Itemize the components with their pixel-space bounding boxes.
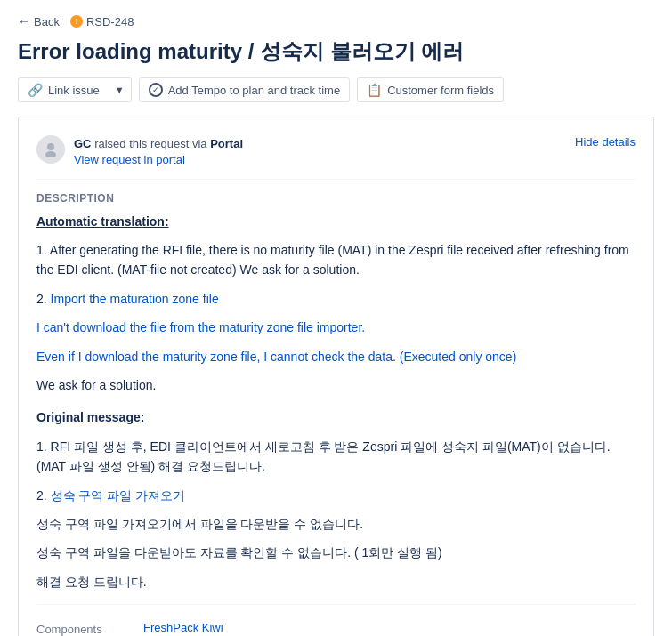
customer-form-label: Customer form fields [387, 84, 494, 97]
avatar [36, 135, 65, 164]
portal-label: Portal [210, 137, 243, 150]
desc-para-3: I can't download the file from the matur… [36, 318, 636, 337]
warning-icon: ! [70, 15, 83, 28]
desc-para-4: Even if I download the maturity zone fil… [36, 347, 636, 366]
back-label: Back [34, 15, 60, 28]
page-title: Error loading maturity / 성숙지 불러오기 에러 [18, 37, 654, 65]
description-content: Automatic translation: 1. After generati… [36, 212, 636, 592]
description-label: Description [36, 192, 636, 205]
orig-para-3: 성숙 구역 파일 가져오기에서 파일을 다운받을 수 없습니다. [36, 514, 636, 534]
orig-para-4: 성숙 구역 파일을 다운받아도 자료를 확인할 수 없습니다. ( 1회만 실행… [36, 543, 636, 562]
desc-para-1: 1. After generating the RFI file, there … [36, 240, 636, 280]
link-issue-label: Link issue [48, 84, 100, 97]
toolbar: 🔗 Link issue ▼ ✓ Add Tempo to plan and t… [18, 77, 654, 102]
user-info: GC raised this request via Portal View r… [36, 135, 243, 166]
desc-para-5: We ask for a solution. [36, 375, 636, 395]
svg-point-1 [45, 151, 56, 157]
link-issue-button[interactable]: 🔗 Link issue [18, 77, 109, 102]
description-section: Description Automatic translation: 1. Af… [36, 192, 636, 592]
hide-details-link[interactable]: Hide details [575, 135, 636, 149]
orig-para-2: 2. 성숙 구역 파일 가져오기 [36, 486, 636, 505]
chevron-down-icon: ▼ [115, 85, 125, 95]
desc-para-2: 2. Import the maturation zone file [36, 289, 636, 309]
add-tempo-label: Add Tempo to plan and track time [168, 84, 340, 97]
user-row: GC raised this request via Portal View r… [36, 135, 636, 166]
section-divider [36, 179, 636, 180]
svg-point-0 [47, 143, 54, 150]
back-button[interactable]: ← Back [18, 14, 60, 28]
link-icon: 🔗 [28, 83, 43, 97]
raised-text: GC raised this request via Portal [74, 135, 243, 153]
form-icon: 📋 [367, 83, 382, 97]
link-issue-group: 🔗 Link issue ▼ [18, 77, 132, 102]
link-issue-dropdown-button[interactable]: ▼ [109, 77, 132, 102]
auto-translation-header: Automatic translation: [36, 212, 636, 231]
components-row: Components FreshPack Kiwi [36, 621, 636, 636]
orig-para-5: 해결 요청 드립니다. [36, 572, 636, 592]
original-message-header: Original message: [36, 407, 636, 427]
orig-para-1: 1. RFI 파일 생성 후, EDI 클라이언트에서 새로고침 후 받은 Ze… [36, 437, 636, 477]
components-label: Components [36, 621, 125, 636]
customer-form-button[interactable]: 📋 Customer form fields [357, 77, 504, 102]
add-tempo-button[interactable]: ✓ Add Tempo to plan and track time [139, 77, 350, 102]
issue-id-badge: ! RSD-248 [70, 15, 134, 28]
components-value[interactable]: FreshPack Kiwi [143, 621, 223, 634]
back-arrow-icon: ← [18, 14, 30, 28]
components-divider [36, 604, 636, 605]
tempo-icon: ✓ [149, 83, 163, 97]
back-nav: ← Back ! RSD-248 [18, 14, 654, 28]
user-name: GC [74, 137, 92, 150]
view-portal-link[interactable]: View request in portal [74, 153, 243, 166]
issue-id: RSD-248 [86, 15, 134, 28]
content-card: GC raised this request via Portal View r… [18, 117, 654, 636]
user-text: GC raised this request via Portal View r… [74, 135, 243, 166]
